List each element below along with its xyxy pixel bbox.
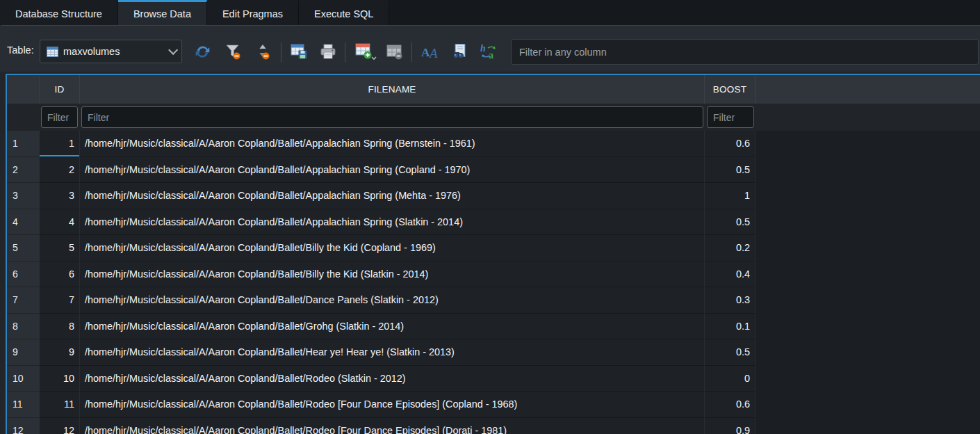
id-cell[interactable]: 2 (40, 157, 80, 184)
row-filler (756, 339, 980, 366)
boost-cell[interactable]: 0.2 (705, 235, 756, 262)
row-number-header[interactable]: 1 (7, 131, 40, 157)
id-cell[interactable]: 11 (40, 392, 80, 418)
row-number-header[interactable]: 4 (7, 209, 40, 236)
boost-cell[interactable]: 0.9 (705, 418, 756, 434)
row-filler (756, 418, 980, 434)
row-filler (756, 209, 980, 236)
id-cell[interactable]: 8 (40, 314, 80, 340)
row-number-header[interactable]: 6 (7, 262, 40, 288)
data-grid: ID FILENAME BOOST 11/home/hjr/Music/clas… (6, 74, 980, 434)
boost-cell[interactable]: 0.5 (705, 339, 756, 366)
print-button[interactable] (318, 41, 338, 62)
save-table-button[interactable] (288, 41, 309, 62)
id-column-filter-input[interactable] (41, 106, 78, 128)
delete-record-button[interactable] (384, 41, 405, 62)
filename-cell[interactable]: /home/hjr/Music/classical/A/Aaron Coplan… (80, 183, 705, 209)
boost-cell[interactable]: 0 (705, 366, 756, 392)
boost-cell[interactable]: 0.6 (705, 392, 756, 418)
table-selector[interactable]: maxvolumes (40, 40, 182, 63)
row-filler (756, 314, 980, 340)
id-cell[interactable]: 5 (40, 235, 80, 262)
id-cell[interactable]: 4 (40, 209, 80, 236)
row-filler (756, 235, 980, 262)
clear-sort-button[interactable] (252, 41, 273, 62)
tab-execute-sql[interactable]: Execute SQL (299, 0, 389, 25)
toolbar-separator (411, 42, 412, 62)
filename-cell[interactable]: /home/hjr/Music/classical/A/Aaron Coplan… (80, 418, 705, 434)
tab-browse-data[interactable]: Browse Data (118, 0, 207, 25)
font-button[interactable]: A A (420, 41, 441, 62)
row-number-header[interactable]: 10 (7, 366, 40, 392)
grid-corner-header[interactable] (7, 75, 40, 104)
boost-column-filter-input[interactable] (707, 106, 754, 128)
clear-filter-button[interactable] (222, 41, 243, 62)
replace-button[interactable]: h a (479, 41, 500, 62)
table-row: 1010/home/hjr/Music/classical/A/Aaron Co… (7, 366, 980, 392)
clear-filter-icon (224, 42, 242, 61)
id-cell[interactable]: 1 (40, 131, 80, 157)
table-row: 1111/home/hjr/Music/classical/A/Aaron Co… (7, 392, 980, 418)
row-number-header[interactable]: 8 (7, 314, 40, 340)
find-button[interactable] (450, 41, 471, 62)
table-label: Table: (7, 26, 34, 72)
boost-cell[interactable]: 1 (705, 183, 756, 209)
row-number-header[interactable]: 9 (7, 339, 40, 366)
grid-header-row: ID FILENAME BOOST (7, 75, 980, 104)
refresh-icon (194, 43, 211, 61)
row-filler (756, 262, 980, 288)
row-number-header[interactable]: 11 (7, 392, 40, 418)
boost-cell[interactable]: 0.1 (705, 314, 756, 340)
tab-database-structure[interactable]: Database Structure (0, 0, 118, 25)
row-number-header[interactable]: 12 (7, 418, 40, 434)
filename-cell[interactable]: /home/hjr/Music/classical/A/Aaron Coplan… (80, 209, 705, 236)
column-header-boost[interactable]: BOOST (705, 75, 756, 104)
insert-record-button[interactable] (353, 41, 378, 62)
boost-cell[interactable]: 0.3 (705, 287, 756, 314)
filename-cell[interactable]: /home/hjr/Music/classical/A/Aaron Coplan… (80, 235, 705, 262)
clear-sort-icon (254, 42, 272, 61)
grid-body: 11/home/hjr/Music/classical/A/Aaron Copl… (7, 131, 980, 434)
id-cell[interactable]: 3 (40, 183, 80, 209)
filename-cell[interactable]: /home/hjr/Music/classical/A/Aaron Coplan… (80, 287, 705, 314)
table-icon (47, 47, 58, 57)
refresh-button[interactable] (192, 41, 213, 62)
row-number-header[interactable]: 2 (7, 157, 40, 184)
row-filler (756, 287, 980, 314)
filename-cell[interactable]: /home/hjr/Music/classical/A/Aaron Coplan… (80, 131, 705, 157)
filename-cell[interactable]: /home/hjr/Music/classical/A/Aaron Coplan… (80, 314, 705, 340)
boost-cell[interactable]: 0.5 (705, 157, 756, 184)
chevron-down-icon (168, 45, 178, 55)
boost-cell[interactable]: 0.5 (705, 209, 756, 236)
id-cell[interactable]: 10 (40, 366, 80, 392)
tab-bar: Database StructureBrowse DataEdit Pragma… (0, 0, 980, 25)
table-row: 33/home/hjr/Music/classical/A/Aaron Copl… (7, 183, 980, 209)
id-cell[interactable]: 7 (40, 287, 80, 314)
column-header-filename[interactable]: FILENAME (80, 75, 705, 104)
row-number-header[interactable]: 3 (7, 183, 40, 209)
toolbar-separator (281, 42, 281, 62)
browse-data-toolbar: Table: maxvolumes (0, 25, 980, 72)
filename-cell[interactable]: /home/hjr/Music/classical/A/Aaron Coplan… (80, 339, 705, 366)
db-browser-window: Database StructureBrowse DataEdit Pragma… (0, 0, 980, 434)
row-number-header[interactable]: 7 (7, 287, 40, 314)
replace-icon: h a (480, 42, 499, 61)
id-cell[interactable]: 6 (40, 262, 80, 288)
table-row: 1212/home/hjr/Music/classical/A/Aaron Co… (7, 418, 980, 434)
filename-column-filter-input[interactable] (81, 106, 703, 128)
boost-cell[interactable]: 0.4 (705, 262, 756, 288)
boost-cell[interactable]: 0.6 (705, 131, 756, 157)
filename-cell[interactable]: /home/hjr/Music/classical/A/Aaron Coplan… (80, 262, 705, 288)
table-row: 99/home/hjr/Music/classical/A/Aaron Copl… (7, 339, 980, 366)
row-filler (756, 131, 980, 157)
id-cell[interactable]: 12 (40, 418, 80, 434)
filename-cell[interactable]: /home/hjr/Music/classical/A/Aaron Coplan… (80, 392, 705, 418)
filename-cell[interactable]: /home/hjr/Music/classical/A/Aaron Coplan… (80, 366, 705, 392)
global-filter-input[interactable] (511, 39, 979, 65)
tab-edit-pragmas[interactable]: Edit Pragmas (207, 0, 299, 25)
table-row: 66/home/hjr/Music/classical/A/Aaron Copl… (7, 262, 980, 288)
id-cell[interactable]: 9 (40, 339, 80, 366)
column-header-id[interactable]: ID (40, 75, 80, 104)
filename-cell[interactable]: /home/hjr/Music/classical/A/Aaron Coplan… (80, 157, 705, 184)
row-number-header[interactable]: 5 (7, 235, 40, 262)
